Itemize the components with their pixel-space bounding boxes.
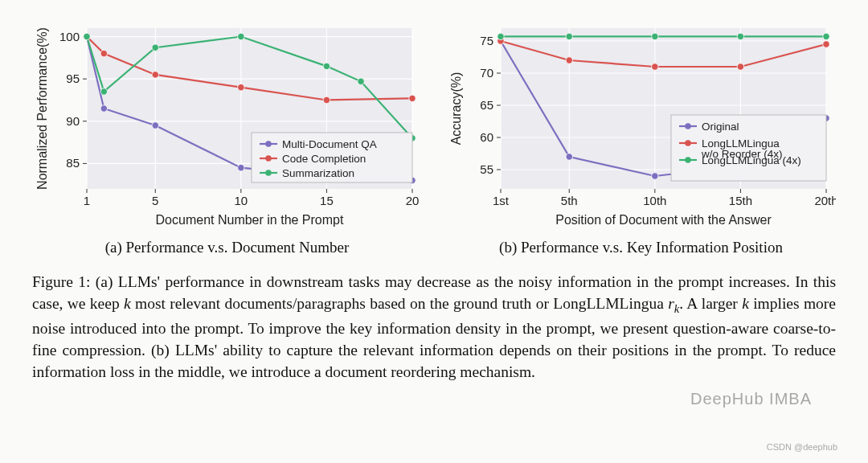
svg-text:55: 55 xyxy=(480,162,493,176)
svg-text:20th: 20th xyxy=(814,194,836,207)
svg-point-104 xyxy=(652,33,658,39)
svg-text:20: 20 xyxy=(406,194,420,207)
svg-point-106 xyxy=(823,33,829,39)
svg-point-42 xyxy=(84,33,90,39)
svg-text:Multi-Document QA: Multi-Document QA xyxy=(282,138,377,150)
svg-text:Normalized Performance(%): Normalized Performance(%) xyxy=(35,27,49,190)
svg-point-109 xyxy=(685,123,691,129)
svg-point-94 xyxy=(652,173,658,179)
chart-a-svg: 85909510015101520Document Number in the … xyxy=(32,20,422,229)
svg-point-43 xyxy=(100,88,107,95)
chart-b: 55606570751st5th10th15th20thPosition of … xyxy=(446,20,836,256)
svg-point-47 xyxy=(358,78,364,84)
svg-point-105 xyxy=(737,33,743,39)
svg-text:15: 15 xyxy=(320,194,334,207)
svg-point-33 xyxy=(238,164,244,170)
svg-text:95: 95 xyxy=(66,72,80,85)
svg-text:85: 85 xyxy=(66,156,80,170)
svg-point-32 xyxy=(152,122,158,129)
svg-point-57 xyxy=(265,170,272,176)
svg-point-31 xyxy=(100,105,107,112)
svg-text:1: 1 xyxy=(84,194,90,207)
svg-point-44 xyxy=(152,44,158,51)
svg-point-46 xyxy=(323,63,330,69)
svg-text:100: 100 xyxy=(59,30,80,43)
chart-a: 85909510015101520Document Number in the … xyxy=(32,20,422,256)
svg-text:1st: 1st xyxy=(493,194,510,207)
svg-point-93 xyxy=(566,154,572,160)
svg-point-102 xyxy=(497,33,504,39)
subcaption-a: (a) Performance v.s. Document Number xyxy=(32,239,422,256)
svg-text:Original: Original xyxy=(702,121,739,133)
watermark: DeepHub IMBA xyxy=(690,390,812,408)
svg-text:65: 65 xyxy=(480,98,493,112)
charts-container: 85909510015101520Document Number in the … xyxy=(32,20,836,256)
chart-b-svg: 55606570751st5th10th15th20thPosition of … xyxy=(446,20,836,229)
svg-point-54 xyxy=(265,155,272,162)
svg-text:Position of Document with the : Position of Document with the Answer xyxy=(555,213,772,227)
credit: CSDN @deephub xyxy=(767,442,837,452)
svg-text:Document Number in the Prompt: Document Number in the Prompt xyxy=(156,213,344,227)
svg-point-116 xyxy=(685,157,691,163)
figure-caption: Figure 1: (a) LLMs' performance in downs… xyxy=(32,271,836,383)
svg-point-37 xyxy=(100,50,107,56)
svg-text:75: 75 xyxy=(480,34,493,47)
svg-point-38 xyxy=(152,72,158,78)
svg-text:LongLLMLingua (4x): LongLLMLingua (4x) xyxy=(702,154,801,166)
subcaption-b: (b) Performance v.s. Key Information Pos… xyxy=(446,239,836,256)
svg-text:5th: 5th xyxy=(561,194,578,207)
svg-point-99 xyxy=(652,64,658,70)
svg-point-39 xyxy=(238,84,244,90)
svg-point-51 xyxy=(265,141,272,147)
svg-point-103 xyxy=(566,33,572,39)
svg-point-100 xyxy=(737,64,743,70)
svg-text:15th: 15th xyxy=(729,194,752,207)
svg-text:Code Completion: Code Completion xyxy=(282,153,366,165)
svg-point-40 xyxy=(323,96,330,103)
svg-text:Accuracy(%): Accuracy(%) xyxy=(449,72,463,145)
svg-text:5: 5 xyxy=(152,194,158,207)
svg-text:Summarization: Summarization xyxy=(282,167,354,179)
svg-point-45 xyxy=(238,33,244,39)
svg-text:90: 90 xyxy=(66,114,80,128)
svg-text:70: 70 xyxy=(480,66,493,80)
svg-point-41 xyxy=(409,95,416,101)
svg-text:60: 60 xyxy=(480,130,493,144)
svg-point-98 xyxy=(566,57,572,64)
svg-text:10: 10 xyxy=(234,194,248,207)
svg-point-101 xyxy=(823,41,829,47)
svg-text:10th: 10th xyxy=(643,194,666,207)
svg-point-112 xyxy=(685,140,691,146)
